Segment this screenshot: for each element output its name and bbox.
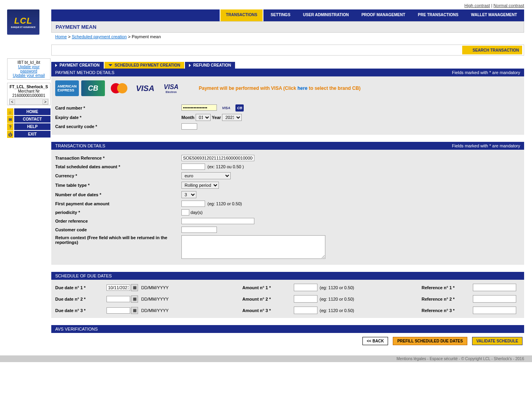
timetable-select[interactable]: Rolling period — [181, 182, 219, 189]
amount-1-input[interactable] — [294, 284, 317, 291]
returnctx-textarea[interactable] — [181, 235, 325, 259]
card-number-input[interactable] — [181, 104, 217, 111]
amount-2-input[interactable] — [294, 295, 317, 303]
sidenav-help[interactable]: ?HELP — [14, 123, 50, 130]
help-icon: ? — [7, 123, 13, 130]
normal-contrast-link[interactable]: Normal contrast — [493, 3, 524, 8]
sidenav-exit[interactable]: ⏻EXIT — [14, 131, 50, 138]
sidenav-home[interactable]: ⌂HOME — [14, 108, 50, 115]
update-password-link[interactable]: Update your password — [9, 65, 49, 73]
due-date-3-calendar-icon[interactable]: ▦ — [131, 307, 138, 314]
merchant-next-button[interactable]: > — [43, 99, 48, 104]
breadcrumb-home[interactable]: Home — [55, 34, 67, 39]
search-bar: SEARCH TRANSACTION — [51, 45, 524, 56]
tab-settings[interactable]: SETTINGS — [265, 9, 296, 21]
duedates-label: Number of due dates * — [55, 192, 181, 197]
total-amount-label: Total scheduled dates amount * — [55, 164, 181, 169]
contact-icon: ✉ — [7, 116, 13, 123]
periodicity-input[interactable] — [181, 209, 189, 216]
expiry-month-select[interactable]: 01 — [196, 114, 211, 121]
action-buttons: << BACK PREFILL SCHEDULED DUE DATES VALI… — [51, 333, 524, 349]
card-number-label: Card number * — [55, 106, 181, 110]
duedates-select[interactable]: 3 — [181, 191, 196, 198]
merchant-scrollbar[interactable] — [15, 99, 43, 104]
cvv-input[interactable] — [181, 123, 197, 130]
firstpay-label: First payment due amount — [55, 201, 181, 206]
card-logos: AMERICANEXPRESS CB VISA VISAElectron — [55, 80, 183, 96]
contrast-links: High contrast | Normal contrast — [0, 0, 532, 9]
amount-2-label: Amount n° 2 * — [243, 297, 294, 301]
timetable-label: Time table type * — [55, 183, 181, 188]
custcode-input[interactable] — [181, 227, 217, 233]
schedule-header: SCHEDULE OF DUE DATES — [51, 272, 524, 280]
tx-ref-input[interactable] — [181, 155, 254, 161]
exit-icon: ⏻ — [7, 131, 13, 138]
tx-ref-label: Transaction Reference * — [55, 156, 181, 160]
returnctx-label: Return context (Free field which will be… — [55, 235, 181, 245]
cvv-label: Card security code * — [55, 124, 181, 129]
due-date-2-calendar-icon[interactable]: ▦ — [131, 296, 138, 303]
sidenav-contact[interactable]: ✉CONTACT — [14, 116, 50, 123]
merchant-box: FT_LCL_Sherlock_S Merchant Nr 2160000010… — [7, 83, 50, 105]
due-date-1-calendar-icon[interactable]: ▦ — [131, 284, 138, 291]
visa-electron-icon[interactable]: VISAElectron — [159, 80, 183, 96]
reference-3-label: Reference n° 3 * — [422, 308, 473, 313]
merchant-name: FT_LCL_Sherlock_S — [9, 85, 48, 89]
reference-3-input[interactable] — [473, 307, 516, 314]
main-tabs: TRANSACTIONS SETTINGS USER ADMINISTRATIO… — [51, 9, 524, 21]
cb-icon[interactable]: CB — [81, 80, 105, 96]
periodicity-label: periodicity * — [55, 210, 181, 215]
subtab-payment-creation[interactable]: PAYMENT CREATION — [51, 62, 104, 69]
amex-icon[interactable]: AMERICANEXPRESS — [55, 80, 79, 96]
detected-visa-icon: VISA — [220, 104, 232, 112]
update-email-link[interactable]: Update your email — [9, 73, 49, 78]
tab-pretrans[interactable]: PRE TRANSACTIONS — [413, 9, 464, 21]
validate-button[interactable]: VALIDATE SCHEDULE — [472, 337, 523, 345]
transaction-details-header: TRANSACTION DETAILS Fields marked with *… — [51, 142, 524, 150]
merchant-prev-button[interactable]: < — [9, 99, 15, 104]
total-amount-input[interactable] — [181, 164, 205, 170]
due-date-1-input[interactable] — [106, 284, 130, 291]
reference-2-input[interactable] — [473, 295, 516, 303]
reference-2-label: Reference n° 2 * — [422, 297, 473, 301]
tab-user-admin[interactable]: USER ADMINISTRATION — [297, 9, 354, 21]
tab-wallet[interactable]: WALLET MANAGEMENT — [465, 9, 523, 21]
merchant-label: Merchant Nr — [9, 89, 49, 93]
search-icon — [465, 47, 471, 53]
reference-1-input[interactable] — [473, 284, 516, 291]
reference-1-label: Reference n° 1 * — [422, 285, 473, 290]
mastercard-icon[interactable] — [107, 80, 131, 96]
prefill-button[interactable]: PREFILL SCHEDULED DUE DATES — [393, 337, 467, 345]
amount-3-input[interactable] — [294, 307, 317, 314]
expiry-label: Expiry date * — [55, 115, 181, 120]
high-contrast-link[interactable]: High contrast — [465, 3, 490, 8]
due-date-3-input[interactable] — [106, 307, 130, 314]
firstpay-input[interactable] — [181, 201, 205, 207]
subtab-refund-creation[interactable]: REFUND CREATION — [185, 62, 235, 69]
expiry-year-select[interactable]: 2021 — [222, 114, 242, 121]
breadcrumb-scheduled[interactable]: Scheduled payment creation — [72, 34, 127, 39]
detected-cb-icon: CB — [235, 104, 244, 112]
currency-select[interactable]: euro — [181, 172, 231, 179]
user-info-box: IBT bt_lcl_ibt Update your password Upda… — [7, 58, 50, 80]
due-date-2-input[interactable] — [106, 296, 130, 302]
footer: Mentions légales - Espace sécurité - © C… — [0, 355, 532, 362]
orderref-label: Order reference — [55, 219, 181, 223]
tab-transactions[interactable]: TRANSACTIONS — [220, 9, 263, 21]
currency-label: Currency * — [55, 173, 181, 178]
orderref-input[interactable] — [181, 218, 254, 224]
merchant-number: 216000001000001 — [9, 93, 49, 98]
avs-header: AVS VERIFICATIONS — [51, 325, 524, 333]
page-title: PAYMENT MEAN — [51, 21, 524, 33]
custcode-label: Customer code — [55, 227, 181, 232]
amount-1-label: Amount n° 1 * — [243, 285, 294, 290]
breadcrumb-current: Payment mean — [132, 34, 161, 39]
back-button[interactable]: << BACK — [362, 337, 388, 345]
subtab-scheduled-payment[interactable]: SCHEDULED PAYMENT CREATION — [105, 62, 185, 69]
search-transaction-button[interactable]: SEARCH TRANSACTION — [462, 46, 522, 54]
due-date-1-label: Due date n° 1 * — [55, 285, 106, 290]
tab-proof[interactable]: PROOF MANAGEMENT — [356, 9, 411, 21]
select-brand-link[interactable]: here — [297, 86, 307, 91]
breadcrumb: Home > Scheduled payment creation > Paym… — [51, 33, 524, 41]
visa-icon[interactable]: VISA — [133, 80, 157, 96]
